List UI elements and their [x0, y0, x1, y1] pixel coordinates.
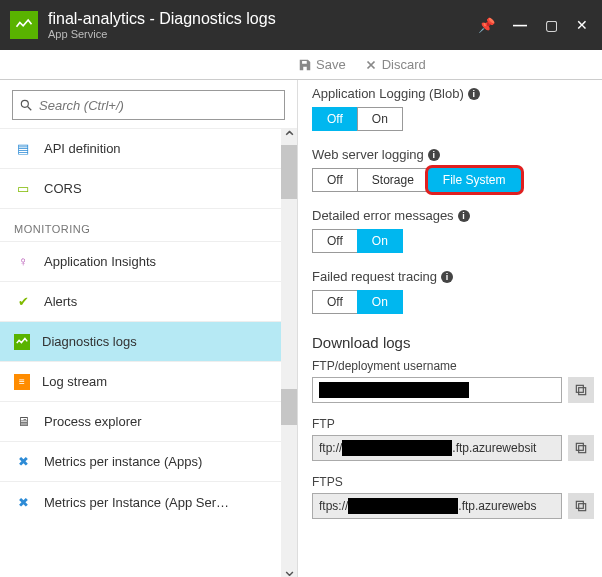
copy-button[interactable]: [568, 377, 594, 403]
title-bar: final-analytics - Diagnostics logs App S…: [0, 0, 602, 50]
toggle-option-on[interactable]: On: [357, 107, 403, 131]
window-title: final-analytics - Diagnostics logs: [48, 10, 478, 28]
info-icon[interactable]: i: [468, 88, 480, 100]
toggle-option-on[interactable]: On: [357, 229, 403, 253]
detail-pane: Application Logging (Blob) i Off On Web …: [298, 80, 602, 577]
download-logs-heading: Download logs: [312, 334, 594, 351]
cors-icon: ▭: [14, 180, 32, 198]
ftp-label: FTP: [312, 417, 594, 431]
toggle-option-filesystem[interactable]: File System: [428, 168, 521, 192]
ftps-url-field[interactable]: ftps://.ftp.azurewebs: [312, 493, 562, 519]
setting-label-web-server: Web server logging: [312, 147, 424, 162]
svg-rect-4: [579, 446, 586, 453]
toggle-failed-request[interactable]: Off On: [312, 290, 594, 314]
setting-label-failed-request: Failed request tracing: [312, 269, 437, 284]
sidebar-item-label: Alerts: [44, 294, 77, 309]
sidebar-scrollbar[interactable]: ⌃ ⌄: [281, 129, 297, 577]
sidebar-item-label: Diagnostics logs: [42, 334, 137, 349]
log-stream-icon: ≡: [14, 374, 30, 390]
sidebar-item-api-definition[interactable]: ▤ API definition: [0, 129, 281, 169]
ftp-username-label: FTP/deployment username: [312, 359, 594, 373]
sidebar-item-application-insights[interactable]: ♀ Application Insights: [0, 242, 281, 282]
ftps-label: FTPS: [312, 475, 594, 489]
sidebar-item-label: Process explorer: [44, 414, 142, 429]
toggle-detailed-errors[interactable]: Off On: [312, 229, 594, 253]
sidebar-item-log-stream[interactable]: ≡ Log stream: [0, 362, 281, 402]
svg-rect-5: [576, 443, 583, 450]
toggle-option-storage[interactable]: Storage: [357, 168, 429, 192]
ftps-prefix: ftps://: [319, 499, 348, 513]
sidebar-item-label: API definition: [44, 141, 121, 156]
chevron-down-icon[interactable]: ⌄: [282, 559, 297, 577]
discard-button[interactable]: Discard: [364, 57, 426, 72]
ftps-suffix: .ftp.azurewebs: [458, 499, 536, 513]
toggle-option-off[interactable]: Off: [312, 107, 358, 131]
minimize-icon[interactable]: —: [513, 17, 527, 33]
sidebar-item-metrics-appservice[interactable]: ✖ Metrics per Instance (App Ser…: [0, 482, 281, 522]
sidebar-item-metrics-apps[interactable]: ✖ Metrics per instance (Apps): [0, 442, 281, 482]
insights-icon: ♀: [14, 253, 32, 271]
svg-rect-6: [579, 504, 586, 511]
toggle-option-off[interactable]: Off: [312, 229, 358, 253]
sidebar-item-label: Application Insights: [44, 254, 156, 269]
close-icon[interactable]: ✕: [576, 17, 588, 33]
scrollbar-thumb[interactable]: [281, 389, 297, 425]
toggle-option-off[interactable]: Off: [312, 168, 358, 192]
save-button[interactable]: Save: [298, 57, 346, 72]
sidebar-item-label: Metrics per Instance (App Ser…: [44, 495, 229, 510]
toggle-app-logging[interactable]: Off On: [312, 107, 594, 131]
toggle-option-on[interactable]: On: [357, 290, 403, 314]
scrollbar-thumb[interactable]: [281, 145, 297, 199]
ftp-username-field[interactable]: [312, 377, 562, 403]
sidebar: ▤ API definition ▭ CORS MONITORING ♀ App…: [0, 80, 298, 577]
metrics-icon: ✖: [14, 493, 32, 511]
sidebar-section-monitoring: MONITORING: [0, 209, 281, 242]
info-icon[interactable]: i: [428, 149, 440, 161]
toggle-web-server-logging[interactable]: Off Storage File System: [312, 168, 594, 192]
sidebar-item-label: Log stream: [42, 374, 107, 389]
sidebar-item-label: Metrics per instance (Apps): [44, 454, 202, 469]
diagnostics-icon: [14, 334, 30, 350]
copy-button[interactable]: [568, 435, 594, 461]
setting-label-app-logging: Application Logging (Blob): [312, 86, 464, 101]
svg-rect-2: [579, 388, 586, 395]
svg-line-1: [28, 107, 32, 111]
setting-label-detailed-errors: Detailed error messages: [312, 208, 454, 223]
save-label: Save: [316, 57, 346, 72]
maximize-icon[interactable]: ▢: [545, 17, 558, 33]
sidebar-item-process-explorer[interactable]: 🖥 Process explorer: [0, 402, 281, 442]
search-input[interactable]: [12, 90, 285, 120]
info-icon[interactable]: i: [441, 271, 453, 283]
discard-label: Discard: [382, 57, 426, 72]
api-icon: ▤: [14, 140, 32, 158]
alerts-icon: ✔: [14, 293, 32, 311]
sidebar-item-cors[interactable]: ▭ CORS: [0, 169, 281, 209]
metrics-icon: ✖: [14, 453, 32, 471]
svg-rect-3: [576, 385, 583, 392]
copy-button[interactable]: [568, 493, 594, 519]
process-explorer-icon: 🖥: [14, 413, 32, 431]
ftp-url-field[interactable]: ftp://.ftp.azurewebsit: [312, 435, 562, 461]
pin-icon[interactable]: 📌: [478, 17, 495, 33]
info-icon[interactable]: i: [458, 210, 470, 222]
svg-rect-7: [576, 501, 583, 508]
app-service-icon: [10, 11, 38, 39]
sidebar-item-alerts[interactable]: ✔ Alerts: [0, 282, 281, 322]
ftp-suffix: .ftp.azurewebsit: [452, 441, 536, 455]
window-subtitle: App Service: [48, 28, 478, 40]
toggle-option-off[interactable]: Off: [312, 290, 358, 314]
svg-point-0: [21, 100, 28, 107]
ftp-prefix: ftp://: [319, 441, 342, 455]
sidebar-item-label: CORS: [44, 181, 82, 196]
search-field[interactable]: [39, 98, 278, 113]
sidebar-item-diagnostics-logs[interactable]: Diagnostics logs: [0, 322, 281, 362]
command-bar: Save Discard: [0, 50, 602, 80]
